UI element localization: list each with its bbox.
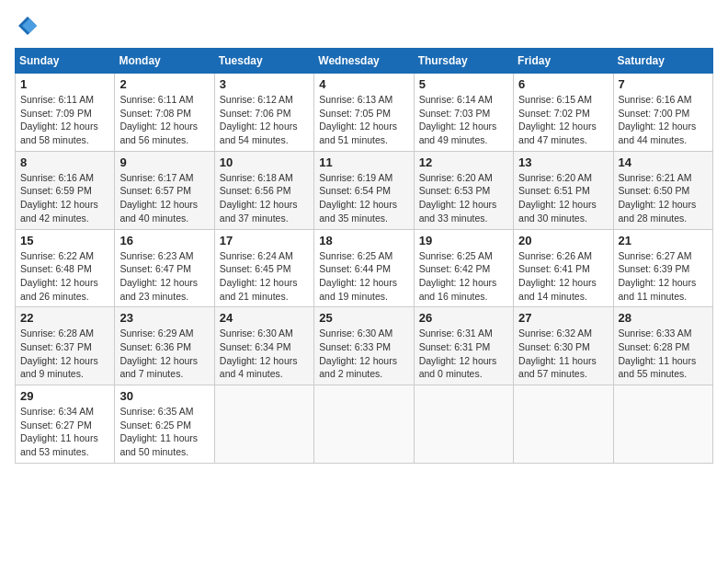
day-info: Sunrise: 6:32 AM Sunset: 6:30 PM Dayligh… bbox=[518, 327, 608, 381]
weekday-header: Thursday bbox=[414, 49, 513, 74]
calendar-cell: 5 Sunrise: 6:14 AM Sunset: 7:03 PM Dayli… bbox=[414, 74, 513, 152]
calendar-cell: 20 Sunrise: 6:26 AM Sunset: 6:41 PM Dayl… bbox=[514, 229, 613, 307]
day-number: 26 bbox=[419, 311, 508, 325]
day-number: 15 bbox=[20, 234, 109, 247]
calendar-cell: 28 Sunrise: 6:33 AM Sunset: 6:28 PM Dayl… bbox=[613, 307, 712, 385]
weekday-header: Wednesday bbox=[314, 49, 414, 74]
day-info: Sunrise: 6:21 AM Sunset: 6:50 PM Dayligh… bbox=[619, 171, 708, 225]
day-number: 22 bbox=[20, 311, 109, 325]
calendar-cell: 27 Sunrise: 6:32 AM Sunset: 6:30 PM Dayl… bbox=[514, 307, 613, 385]
logo bbox=[15, 15, 39, 37]
calendar-cell: 15 Sunrise: 6:22 AM Sunset: 6:48 PM Dayl… bbox=[16, 229, 115, 307]
day-info: Sunrise: 6:17 AM Sunset: 6:57 PM Dayligh… bbox=[119, 171, 209, 225]
weekday-header: Saturday bbox=[613, 49, 712, 74]
calendar-cell bbox=[613, 385, 712, 464]
day-info: Sunrise: 6:23 AM Sunset: 6:47 PM Dayligh… bbox=[119, 249, 209, 304]
calendar-cell: 2 Sunrise: 6:11 AM Sunset: 7:08 PM Dayli… bbox=[115, 74, 214, 152]
day-info: Sunrise: 6:16 AM Sunset: 6:59 PM Dayligh… bbox=[20, 171, 109, 225]
day-info: Sunrise: 6:13 AM Sunset: 7:05 PM Dayligh… bbox=[319, 93, 408, 147]
day-number: 11 bbox=[319, 155, 408, 169]
calendar-cell: 7 Sunrise: 6:16 AM Sunset: 7:00 PM Dayli… bbox=[613, 74, 712, 152]
day-number: 12 bbox=[419, 155, 508, 169]
day-info: Sunrise: 6:11 AM Sunset: 7:08 PM Dayligh… bbox=[119, 93, 209, 147]
day-info: Sunrise: 6:31 AM Sunset: 6:31 PM Dayligh… bbox=[419, 327, 508, 381]
day-number: 17 bbox=[220, 234, 309, 247]
calendar-cell: 1 Sunrise: 6:11 AM Sunset: 7:09 PM Dayli… bbox=[16, 74, 115, 152]
day-info: Sunrise: 6:30 AM Sunset: 6:33 PM Dayligh… bbox=[319, 327, 408, 381]
calendar-cell bbox=[214, 385, 313, 464]
weekday-header: Monday bbox=[115, 49, 214, 74]
calendar-cell: 21 Sunrise: 6:27 AM Sunset: 6:39 PM Dayl… bbox=[613, 229, 712, 307]
day-number: 7 bbox=[619, 77, 708, 91]
day-info: Sunrise: 6:16 AM Sunset: 7:00 PM Dayligh… bbox=[619, 93, 708, 147]
day-info: Sunrise: 6:14 AM Sunset: 7:03 PM Dayligh… bbox=[419, 93, 508, 147]
calendar-week-row: 15 Sunrise: 6:22 AM Sunset: 6:48 PM Dayl… bbox=[16, 229, 713, 307]
calendar-cell: 30 Sunrise: 6:35 AM Sunset: 6:25 PM Dayl… bbox=[115, 385, 214, 464]
day-info: Sunrise: 6:19 AM Sunset: 6:54 PM Dayligh… bbox=[319, 171, 408, 225]
day-number: 30 bbox=[119, 389, 209, 403]
calendar-cell: 19 Sunrise: 6:25 AM Sunset: 6:42 PM Dayl… bbox=[414, 229, 513, 307]
calendar-cell: 10 Sunrise: 6:18 AM Sunset: 6:56 PM Dayl… bbox=[214, 151, 313, 229]
calendar-cell bbox=[514, 385, 613, 464]
day-number: 10 bbox=[220, 155, 309, 169]
day-info: Sunrise: 6:27 AM Sunset: 6:39 PM Dayligh… bbox=[619, 249, 708, 304]
day-info: Sunrise: 6:29 AM Sunset: 6:36 PM Dayligh… bbox=[119, 327, 209, 381]
day-info: Sunrise: 6:25 AM Sunset: 6:44 PM Dayligh… bbox=[319, 249, 408, 304]
day-number: 14 bbox=[619, 155, 708, 169]
day-info: Sunrise: 6:30 AM Sunset: 6:34 PM Dayligh… bbox=[220, 327, 309, 381]
calendar-cell: 13 Sunrise: 6:20 AM Sunset: 6:51 PM Dayl… bbox=[514, 151, 613, 229]
day-info: Sunrise: 6:25 AM Sunset: 6:42 PM Dayligh… bbox=[419, 249, 508, 304]
calendar-cell: 9 Sunrise: 6:17 AM Sunset: 6:57 PM Dayli… bbox=[115, 151, 214, 229]
calendar-week-row: 1 Sunrise: 6:11 AM Sunset: 7:09 PM Dayli… bbox=[16, 74, 713, 152]
calendar-cell: 14 Sunrise: 6:21 AM Sunset: 6:50 PM Dayl… bbox=[613, 151, 712, 229]
day-number: 8 bbox=[20, 155, 109, 169]
day-number: 13 bbox=[518, 155, 608, 169]
calendar-week-row: 8 Sunrise: 6:16 AM Sunset: 6:59 PM Dayli… bbox=[16, 151, 713, 229]
calendar-cell: 4 Sunrise: 6:13 AM Sunset: 7:05 PM Dayli… bbox=[314, 74, 414, 152]
day-info: Sunrise: 6:22 AM Sunset: 6:48 PM Dayligh… bbox=[20, 249, 109, 304]
page-header bbox=[15, 15, 713, 37]
day-number: 3 bbox=[220, 77, 309, 91]
day-number: 27 bbox=[518, 311, 608, 325]
weekday-header: Sunday bbox=[16, 49, 115, 74]
day-info: Sunrise: 6:20 AM Sunset: 6:53 PM Dayligh… bbox=[419, 171, 508, 225]
day-number: 20 bbox=[518, 234, 608, 247]
calendar-cell: 12 Sunrise: 6:20 AM Sunset: 6:53 PM Dayl… bbox=[414, 151, 513, 229]
day-number: 2 bbox=[119, 77, 209, 91]
day-number: 25 bbox=[319, 311, 408, 325]
day-number: 24 bbox=[220, 311, 309, 325]
calendar-body: 1 Sunrise: 6:11 AM Sunset: 7:09 PM Dayli… bbox=[16, 74, 713, 464]
calendar-week-row: 22 Sunrise: 6:28 AM Sunset: 6:37 PM Dayl… bbox=[16, 307, 713, 385]
calendar-cell: 17 Sunrise: 6:24 AM Sunset: 6:45 PM Dayl… bbox=[214, 229, 313, 307]
calendar-cell: 22 Sunrise: 6:28 AM Sunset: 6:37 PM Dayl… bbox=[16, 307, 115, 385]
day-info: Sunrise: 6:12 AM Sunset: 7:06 PM Dayligh… bbox=[220, 93, 309, 147]
day-number: 1 bbox=[20, 77, 109, 91]
calendar-cell: 24 Sunrise: 6:30 AM Sunset: 6:34 PM Dayl… bbox=[214, 307, 313, 385]
calendar-cell: 16 Sunrise: 6:23 AM Sunset: 6:47 PM Dayl… bbox=[115, 229, 214, 307]
calendar-cell: 8 Sunrise: 6:16 AM Sunset: 6:59 PM Dayli… bbox=[16, 151, 115, 229]
calendar-cell bbox=[414, 385, 513, 464]
day-number: 18 bbox=[319, 234, 408, 247]
day-number: 19 bbox=[419, 234, 508, 247]
day-number: 28 bbox=[619, 311, 708, 325]
day-number: 21 bbox=[619, 234, 708, 247]
day-info: Sunrise: 6:11 AM Sunset: 7:09 PM Dayligh… bbox=[20, 93, 109, 147]
calendar-table: SundayMondayTuesdayWednesdayThursdayFrid… bbox=[15, 48, 713, 464]
logo-icon bbox=[17, 15, 39, 37]
day-info: Sunrise: 6:20 AM Sunset: 6:51 PM Dayligh… bbox=[518, 171, 608, 225]
day-info: Sunrise: 6:15 AM Sunset: 7:02 PM Dayligh… bbox=[518, 93, 608, 147]
calendar-cell: 6 Sunrise: 6:15 AM Sunset: 7:02 PM Dayli… bbox=[514, 74, 613, 152]
day-number: 6 bbox=[518, 77, 608, 91]
calendar-cell: 26 Sunrise: 6:31 AM Sunset: 6:31 PM Dayl… bbox=[414, 307, 513, 385]
calendar-header: SundayMondayTuesdayWednesdayThursdayFrid… bbox=[16, 49, 713, 74]
calendar-cell: 11 Sunrise: 6:19 AM Sunset: 6:54 PM Dayl… bbox=[314, 151, 414, 229]
day-number: 16 bbox=[119, 234, 209, 247]
day-info: Sunrise: 6:18 AM Sunset: 6:56 PM Dayligh… bbox=[220, 171, 309, 225]
day-number: 9 bbox=[119, 155, 209, 169]
day-number: 4 bbox=[319, 77, 408, 91]
day-number: 23 bbox=[119, 311, 209, 325]
weekday-header: Tuesday bbox=[214, 49, 313, 74]
day-info: Sunrise: 6:26 AM Sunset: 6:41 PM Dayligh… bbox=[518, 249, 608, 304]
calendar-cell: 18 Sunrise: 6:25 AM Sunset: 6:44 PM Dayl… bbox=[314, 229, 414, 307]
calendar-week-row: 29 Sunrise: 6:34 AM Sunset: 6:27 PM Dayl… bbox=[16, 385, 713, 464]
